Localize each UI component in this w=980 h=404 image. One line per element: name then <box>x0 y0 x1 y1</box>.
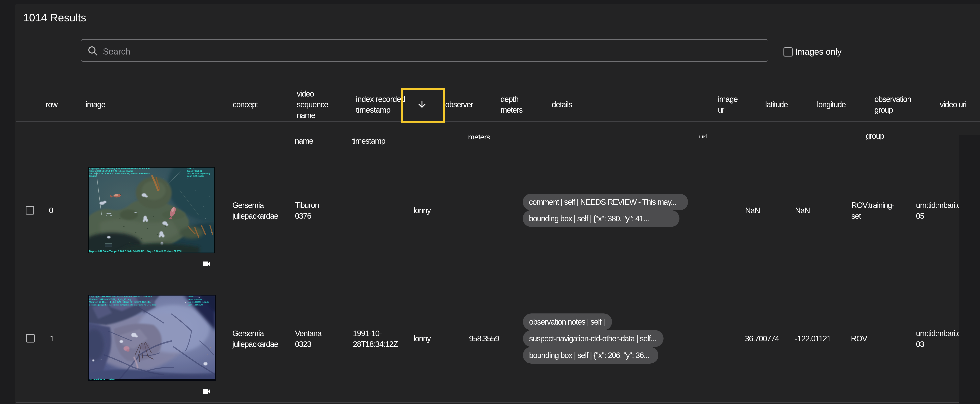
svg-text:[cruise]: [cruise] <box>89 175 97 177</box>
svg-text:Mon Oct 28 18:34:13 1991 GMT (: Mon Oct 28 18:34:13 1991 GMT (local +8) … <box>89 300 151 303</box>
svg-text:Lat= 36.943624 (edited): Lat= 36.943624 (edited) <box>187 172 210 175</box>
svg-text:Dive# 323: Dive# 323 <box>188 295 196 298</box>
svg-text:Ventana/1991/vnta323/01_19_49_: Ventana/1991/vnta323/01_19_49_18.png <box>89 298 131 301</box>
svg-text:Gersemia juliepackardae: suspe: Gersemia juliepackardae: suspect-navigat… <box>89 304 156 306</box>
svg-text:Lon= -122.455257: Lon= -122.455257 <box>187 175 204 177</box>
svg-text:Copyright 2001 Monterey Bay Aq: Copyright 2001 Monterey Bay Aquarium Res… <box>89 168 150 170</box>
svg-text:Tape# T0375-02: Tape# T0375-02 <box>187 170 202 172</box>
svg-text:Copyright 1991 Monterey Bay Aq: Copyright 1991 Monterey Bay Aquarium Res… <box>89 295 152 298</box>
svg-text:Thu Nov 8 20:19:03 2001 GMT (: Thu Nov 8 20:19:03 2001 GMT (local +8) e… <box>89 172 150 175</box>
svg-text:Lat= 36.700773 (edited): Lat= 36.700773 (edited) <box>188 301 209 303</box>
svg-text:Lon= -122.011208: Lon= -122.011208 <box>188 304 204 306</box>
svg-text:No match for CTD data: No match for CTD data <box>89 378 115 381</box>
svg-text:Dive# 377: Dive# 377 <box>187 168 197 170</box>
svg-text:Tape# V0323-03: Tape# V0323-03 <box>188 298 202 300</box>
svg-text:Depth= 949.50 m Temp= 3.989 C: Depth= 949.50 m Temp= 3.989 C Sal= 34.43… <box>89 250 182 253</box>
svg-text:Tiburon/2001/312/14_09_48_10.r: Tiburon/2001/312/14_09_48_10.rgb (MAIN) <box>89 170 133 172</box>
